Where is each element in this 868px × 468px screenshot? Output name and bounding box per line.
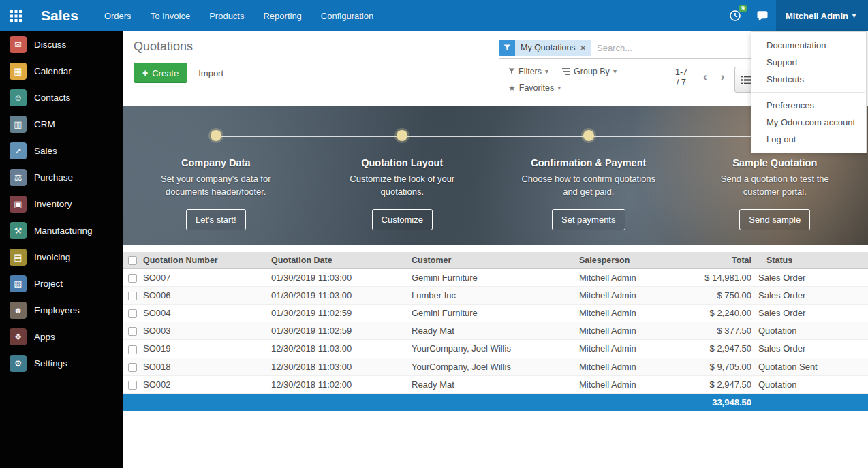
sidebar: ✉ Discuss ▦ Calendar ☺ Contacts ▥ CRM ↗ … <box>0 31 123 468</box>
menu-item-odoo-account[interactable]: My Odoo.com account <box>751 114 866 131</box>
group-by-label: Group By <box>574 67 610 76</box>
contacts-app-icon: ☺ <box>10 89 27 106</box>
sidebar-item-employees[interactable]: ☻ Employees <box>0 297 123 324</box>
step-title: Sample Quotation <box>732 157 817 168</box>
step-title: Company Data <box>181 157 251 168</box>
manufacturing-app-icon: ⚒ <box>10 222 27 239</box>
apps-app-icon: ❖ <box>10 328 27 345</box>
sidebar-item-apps[interactable]: ❖ Apps <box>0 324 123 350</box>
sidebar-item-inventory[interactable]: ▣ Inventory <box>0 191 123 217</box>
sidebar-item-purchase[interactable]: ⚖ Purchase <box>0 164 123 191</box>
pager-prev-button[interactable]: ‹ <box>703 70 707 84</box>
sidebar-item-label: Settings <box>34 358 67 369</box>
table-row[interactable]: SO004 01/30/2019 11:02:59 Gemini Furnitu… <box>123 305 868 322</box>
user-menu-toggle[interactable]: Mitchell Admin ▾ <box>776 0 868 31</box>
row-checkbox[interactable] <box>128 381 137 390</box>
chevron-down-icon: ▾ <box>852 12 856 19</box>
header-customer[interactable]: Customer <box>412 252 579 269</box>
cell-total: $ 9,705.00 <box>681 358 758 375</box>
menu-orders[interactable]: Orders <box>103 1 133 31</box>
chevron-down-icon: ▾ <box>545 68 548 75</box>
table-row[interactable]: SO003 01/30/2019 11:02:59 Ready Mat Mitc… <box>123 322 868 340</box>
step-description: Customize the look of your quotations. <box>329 173 476 199</box>
header-total[interactable]: Total <box>681 252 758 269</box>
header-quotation-date[interactable]: Quotation Date <box>271 252 412 269</box>
row-checkbox[interactable] <box>128 274 137 283</box>
menu-item-shortcuts[interactable]: Shortcuts <box>751 71 866 88</box>
menu-item-log-out[interactable]: Log out <box>751 131 866 148</box>
import-button[interactable]: Import <box>198 68 223 78</box>
invoicing-app-icon: ▤ <box>10 249 27 266</box>
send-sample-button[interactable]: Send sample <box>739 209 810 230</box>
menu-reporting[interactable]: Reporting <box>262 1 303 31</box>
group-by-dropdown[interactable]: Group By ▾ <box>562 67 617 76</box>
table-row[interactable]: SO019 12/30/2018 11:03:00 YourCompany, J… <box>123 340 868 358</box>
sidebar-item-crm[interactable]: ▥ CRM <box>0 111 123 138</box>
create-button[interactable]: + Create <box>134 63 187 83</box>
header-quotation-number[interactable]: Quotation Number <box>143 252 271 269</box>
table-row[interactable]: SO006 01/30/2019 11:03:00 Lumber Inc Mit… <box>123 287 868 305</box>
chevron-down-icon: ▾ <box>557 84 561 91</box>
step-dot <box>583 130 594 141</box>
table-row[interactable]: SO007 01/30/2019 11:03:00 Gemini Furnitu… <box>123 269 868 287</box>
header-salesperson[interactable]: Salesperson <box>579 252 681 269</box>
row-checkbox[interactable] <box>128 327 137 336</box>
sidebar-item-calendar[interactable]: ▦ Calendar <box>0 58 123 84</box>
sidebar-item-label: CRM <box>34 119 55 129</box>
menu-configuration[interactable]: Configuration <box>320 1 375 31</box>
activity-clock-icon[interactable]: 9 <box>722 0 749 31</box>
filters-dropdown[interactable]: Filters ▾ <box>508 67 548 76</box>
menu-item-documentation[interactable]: Documentation <box>751 37 866 54</box>
table-row[interactable]: SO002 12/30/2018 11:02:00 Ready Mat Mitc… <box>123 375 868 393</box>
row-checkbox[interactable] <box>128 363 137 372</box>
cell-customer: YourCompany, Joel Willis <box>412 358 579 375</box>
menu-products[interactable]: Products <box>208 1 245 31</box>
cell-salesperson: Mitchell Admin <box>579 375 681 393</box>
row-checkbox[interactable] <box>128 309 137 318</box>
app-title: Sales <box>41 7 78 24</box>
cell-quotation-number: SO018 <box>143 358 271 375</box>
crm-app-icon: ▥ <box>10 116 27 133</box>
search-facet[interactable]: My Quotations ✕ <box>499 40 591 56</box>
plus-icon: + <box>142 67 148 78</box>
pager-next-button[interactable]: › <box>721 70 725 84</box>
cell-quotation-number: SO006 <box>143 287 271 305</box>
sidebar-item-discuss[interactable]: ✉ Discuss <box>0 31 123 58</box>
cell-quotation-number: SO003 <box>143 322 271 340</box>
cell-salesperson: Mitchell Admin <box>579 322 681 340</box>
sidebar-item-project[interactable]: ▧ Project <box>0 270 123 297</box>
menu-item-support[interactable]: Support <box>751 54 866 71</box>
sidebar-item-manufacturing[interactable]: ⚒ Manufacturing <box>0 217 123 244</box>
project-app-icon: ▧ <box>10 275 27 292</box>
lets-start-button[interactable]: Let's start! <box>186 209 246 230</box>
sidebar-item-label: Apps <box>34 332 55 342</box>
sidebar-item-label: Invoicing <box>34 252 70 262</box>
messages-icon[interactable] <box>749 0 776 31</box>
cell-quotation-date: 01/30/2019 11:02:59 <box>271 305 412 322</box>
sidebar-item-label: Manufacturing <box>34 225 93 236</box>
select-all-header <box>123 252 143 269</box>
set-payments-button[interactable]: Set payments <box>552 209 625 230</box>
funnel-icon <box>508 68 515 75</box>
menu-to-invoice[interactable]: To Invoice <box>149 1 192 31</box>
customize-button[interactable]: Customize <box>372 209 433 230</box>
sidebar-item-contacts[interactable]: ☺ Contacts <box>0 84 123 111</box>
menu-item-preferences[interactable]: Preferences <box>751 97 866 114</box>
apps-grid-icon[interactable] <box>0 0 31 31</box>
step-description: Choose how to confirm quotations and get… <box>515 173 662 199</box>
sidebar-item-sales[interactable]: ↗ Sales <box>0 138 123 164</box>
row-checkbox[interactable] <box>128 345 137 354</box>
quotations-table: Quotation Number Quotation Date Customer… <box>123 252 868 411</box>
sidebar-item-invoicing[interactable]: ▤ Invoicing <box>0 244 123 270</box>
favorites-dropdown[interactable]: ★ Favorites ▾ <box>508 83 561 93</box>
table-row[interactable]: SO018 12/30/2018 11:03:00 YourCompany, J… <box>123 358 868 375</box>
topbar: Sales Orders To Invoice Products Reporti… <box>0 0 868 31</box>
sidebar-item-label: Contacts <box>34 93 70 103</box>
header-status[interactable]: Status <box>758 252 868 269</box>
sidebar-item-settings[interactable]: ⚙ Settings <box>0 350 123 377</box>
select-all-checkbox[interactable] <box>128 256 137 265</box>
filters-label: Filters <box>518 67 542 76</box>
user-name: Mitchell Admin <box>786 11 848 21</box>
facet-close-icon[interactable]: ✕ <box>580 44 586 52</box>
row-checkbox[interactable] <box>128 292 137 300</box>
